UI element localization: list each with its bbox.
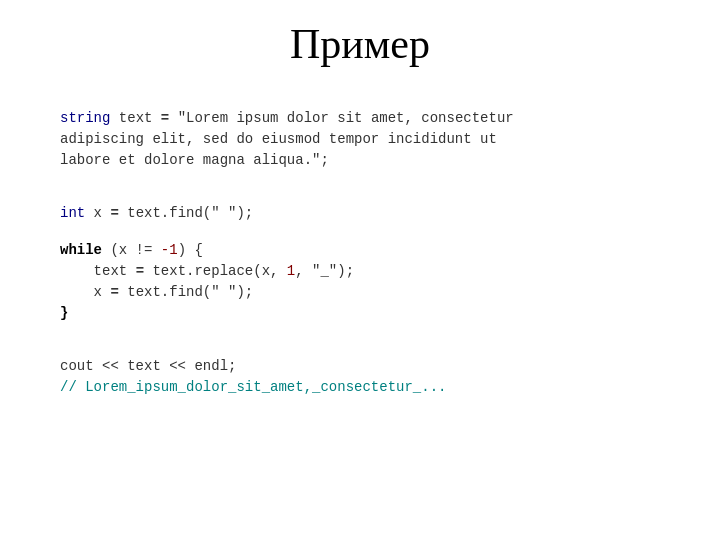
code-line-cout: cout << text << endl; bbox=[60, 356, 660, 377]
spacer-4 bbox=[60, 324, 660, 340]
code-line-3: labore et dolore magna aliqua."; bbox=[60, 150, 660, 171]
code-block: string text = "Lorem ipsum dolor sit ame… bbox=[40, 98, 680, 408]
code-line-2: adipiscing elit, sed do eiusmod tempor i… bbox=[60, 129, 660, 150]
code-line-find2: x = text.find(" "); bbox=[60, 282, 660, 303]
spacer-2 bbox=[60, 187, 660, 203]
code-line-1: string text = "Lorem ipsum dolor sit ame… bbox=[60, 108, 660, 129]
code-line-comment: // Lorem_ipsum_dolor_sit_amet,_consectet… bbox=[60, 377, 660, 398]
spacer-3 bbox=[60, 224, 660, 240]
spacer-5 bbox=[60, 340, 660, 356]
code-line-replace: text = text.replace(x, 1, "_"); bbox=[60, 261, 660, 282]
code-line-while: while (x != -1) { bbox=[60, 240, 660, 261]
code-line-int: int x = text.find(" "); bbox=[60, 203, 660, 224]
page-title: Пример bbox=[40, 20, 680, 68]
code-line-brace: } bbox=[60, 303, 660, 324]
spacer-1 bbox=[60, 171, 660, 187]
page-container: Пример string text = "Lorem ipsum dolor … bbox=[0, 0, 720, 540]
